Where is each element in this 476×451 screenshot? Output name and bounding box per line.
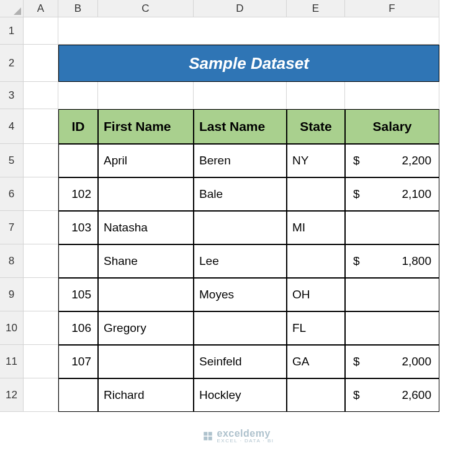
cell-b1[interactable] [58,17,439,45]
data-state[interactable]: OH [287,278,345,311]
data-first[interactable]: Natasha [98,211,194,244]
select-all-corner[interactable] [0,0,24,17]
currency-symbol: $ [353,154,360,167]
data-id[interactable]: 105 [58,278,98,311]
header-id[interactable]: ID [58,109,98,144]
row-header-3[interactable]: 3 [0,82,24,109]
data-last[interactable]: Beren [194,144,287,177]
col-header-c[interactable]: C [98,0,194,17]
salary-amount: 1,800 [402,254,431,268]
cell-a2[interactable] [24,45,58,82]
data-state[interactable] [287,177,345,211]
row-header-1[interactable]: 1 [0,17,24,45]
currency-symbol: $ [353,355,360,368]
data-first[interactable] [98,278,194,311]
cell-a1[interactable] [24,17,58,45]
cell-a12[interactable] [24,378,58,412]
row-header-4[interactable]: 4 [0,109,24,144]
cell-a5[interactable] [24,144,58,177]
row-header-2[interactable]: 2 [0,45,24,82]
cell-a9[interactable] [24,278,58,311]
col-header-b[interactable]: B [58,0,98,17]
data-last[interactable]: Seinfeld [194,345,287,378]
data-first[interactable]: Gregory [98,311,194,345]
data-id[interactable] [58,378,98,412]
row-header-8[interactable]: 8 [0,244,24,278]
watermark-brand: exceldemy [217,428,270,439]
cell-a4[interactable] [24,109,58,144]
salary-amount: 2,600 [402,388,431,402]
data-last[interactable]: Lee [194,244,287,278]
data-state[interactable]: GA [287,345,345,378]
row-header-12[interactable]: 12 [0,378,24,412]
currency-symbol: $ [353,254,360,268]
data-id[interactable]: 106 [58,311,98,345]
data-state[interactable]: NY [287,144,345,177]
data-salary[interactable]: $1,800 [345,244,439,278]
watermark-tag: EXCEL · DATA · BI [217,438,274,444]
data-first[interactable]: April [98,144,194,177]
data-salary[interactable] [345,311,439,345]
data-state[interactable] [287,244,345,278]
cell-b3[interactable] [58,82,98,109]
cell-a7[interactable] [24,211,58,244]
col-header-f[interactable]: F [345,0,439,17]
data-first[interactable] [98,345,194,378]
col-header-d[interactable]: D [194,0,287,17]
data-state[interactable] [287,378,345,412]
title-cell[interactable]: Sample Dataset [58,45,439,82]
data-last[interactable]: Bale [194,177,287,211]
cell-a10[interactable] [24,311,58,345]
cell-a8[interactable] [24,244,58,278]
logo-icon [202,431,213,442]
salary-amount: 2,000 [402,355,431,368]
data-last[interactable] [194,211,287,244]
salary-amount: 2,200 [402,154,431,167]
cell-a6[interactable] [24,177,58,211]
data-salary[interactable]: $2,600 [345,378,439,412]
data-id[interactable]: 103 [58,211,98,244]
col-header-a[interactable]: A [24,0,58,17]
header-first[interactable]: First Name [98,109,194,144]
data-salary[interactable]: $2,000 [345,345,439,378]
cell-f3[interactable] [345,82,439,109]
header-salary[interactable]: Salary [345,109,439,144]
cell-e3[interactable] [287,82,345,109]
col-header-e[interactable]: E [287,0,345,17]
data-salary[interactable] [345,211,439,244]
spreadsheet-grid: A B C D E F 1 2 Sample Dataset 3 4 ID Fi… [0,0,476,412]
data-last[interactable] [194,311,287,345]
row-header-10[interactable]: 10 [0,311,24,345]
cell-a11[interactable] [24,345,58,378]
data-state[interactable]: FL [287,311,345,345]
currency-symbol: $ [353,388,360,402]
data-first[interactable] [98,177,194,211]
currency-symbol: $ [353,187,360,201]
data-salary[interactable]: $2,200 [345,144,439,177]
header-state[interactable]: State [287,109,345,144]
cell-a3[interactable] [24,82,58,109]
data-state[interactable]: MI [287,211,345,244]
salary-amount: 2,100 [402,187,431,201]
data-id[interactable]: 102 [58,177,98,211]
row-header-9[interactable]: 9 [0,278,24,311]
data-first[interactable]: Shane [98,244,194,278]
watermark: exceldemy EXCEL · DATA · BI [202,428,274,444]
data-last[interactable]: Hockley [194,378,287,412]
data-salary[interactable]: $2,100 [345,177,439,211]
row-header-6[interactable]: 6 [0,177,24,211]
row-header-5[interactable]: 5 [0,144,24,177]
data-id[interactable] [58,144,98,177]
cell-d3[interactable] [194,82,287,109]
data-id[interactable] [58,244,98,278]
cell-c3[interactable] [98,82,194,109]
data-id[interactable]: 107 [58,345,98,378]
data-last[interactable]: Moyes [194,278,287,311]
row-header-7[interactable]: 7 [0,211,24,244]
data-first[interactable]: Richard [98,378,194,412]
header-last[interactable]: Last Name [194,109,287,144]
data-salary[interactable] [345,278,439,311]
row-header-11[interactable]: 11 [0,345,24,378]
